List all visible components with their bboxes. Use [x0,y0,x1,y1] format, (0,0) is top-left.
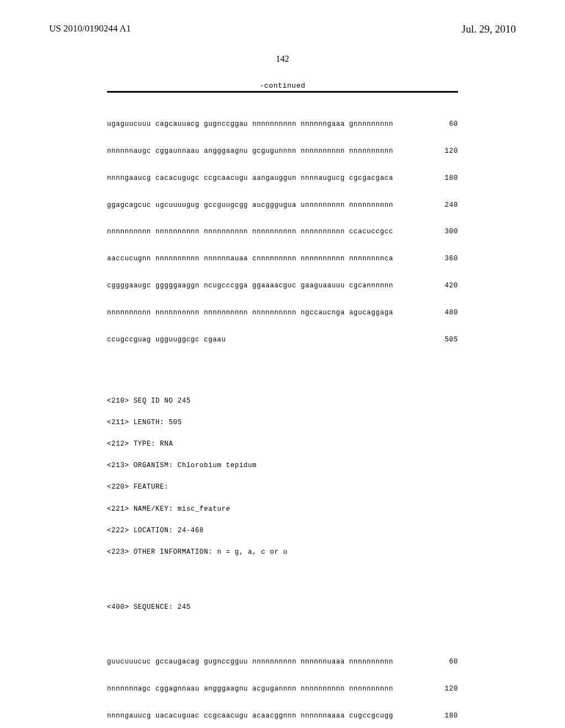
seq-meta-line: <220> FEATURE: [107,483,458,491]
position-number: 300 [438,228,458,235]
seq-meta-line: <210> SEQ ID NO 245 [107,397,458,405]
sequence-listing-container: -continued ugaguucuuu cagcauuacg gugnccg… [107,82,458,728]
sequence-row: nnnnnnnnnn nnnnnnnnnn nnnnnnnnnn nnnnnnn… [107,309,458,316]
page-number: 142 [0,54,565,64]
position-number: 480 [438,309,458,316]
position-number: 240 [438,202,458,208]
position-number: 60 [438,659,458,665]
sequence-text: nnnngaaucg cacacugugc ccgcaacugu aangaug… [107,175,393,181]
position-number: 180 [438,175,458,181]
sequence-listing: ugaguucuuu cagcauuacg gugnccggau nnnnnnn… [107,100,458,728]
position-number: 180 [438,713,458,719]
page-container: US 2010/0190244 A1 Jul. 29, 2010 142 -co… [0,0,565,728]
publication-number: US 2010/0190244 A1 [49,23,131,34]
sequence-row: ccugccguag ugguuggcgc cgaau505 [107,336,458,343]
seq-meta-line: <221> NAME/KEY: misc_feature [107,505,458,513]
sequence-text: ugaguucuuu cagcauuacg gugnccggau nnnnnnn… [107,121,393,127]
sequence-text: nnnnnnnnnn nnnnnnnnnn nnnnnnnnnn nnnnnnn… [107,228,393,235]
seq-meta-line: <211> LENGTH: 505 [107,419,458,427]
position-number: 120 [438,686,458,692]
sequence-text: nnnnnnaugc cggaunnaau angggaagnu gcgugun… [107,148,393,154]
sequence-row: nnnnnnnnnn nnnnnnnnnn nnnnnnnnnn nnnnnnn… [107,228,458,235]
sequence-text: nnnnnnnnnn nnnnnnnnnn nnnnnnnnnn nnnnnnn… [107,309,393,316]
sequence-row: nnnngauucg uacacuguac ccgcaacugu acaacgg… [107,713,458,719]
position-number: 505 [438,336,458,343]
sequence-row: nnnngaaucg cacacugugc ccgcaacugu aangaug… [107,175,458,181]
sequence-text: guucuuucuc gccaugacag gugnccgguu nnnnnnn… [107,659,393,665]
divider-line [107,91,458,93]
sequence-text: ccugccguag ugguuggcgc cgaau [107,336,226,343]
publication-date: Jul. 29, 2010 [462,23,516,35]
seq-meta-line: <222> LOCATION: 24-468 [107,527,458,535]
position-number: 120 [438,148,458,154]
position-number: 420 [438,282,458,289]
sequence-tag: <400> SEQUENCE: 245 [107,603,458,612]
sequence-row: cggggaaugc gggggaaggn ncugcccgga ggaaaac… [107,282,458,289]
sequence-text: cggggaaugc gggggaaggn ncugcccgga ggaaaac… [107,282,393,289]
sequence-text: ggagcagcuc ugcuuuugug gccguugcgg aucgggu… [107,202,393,208]
sequence-row: guucuuucuc gccaugacag gugnccgguu nnnnnnn… [107,659,458,665]
sequence-row: aaccucugnn nnnnnnnnnn nnnnnnauaa cnnnnnn… [107,255,458,262]
position-number: 60 [438,121,458,127]
position-number: 360 [438,255,458,262]
seq-meta-line: <213> ORGANISM: Chlorobium tepidum [107,462,458,470]
seq-meta-line: <212> TYPE: RNA [107,440,458,448]
continued-label: -continued [107,82,458,90]
sequence-row: ugaguucuuu cagcauuacg gugnccggau nnnnnnn… [107,121,458,127]
sequence-text: aaccucugnn nnnnnnnnnn nnnnnnauaa cnnnnnn… [107,255,393,262]
sequence-row: nnnnnnnagc cggagnnaau angggaagnu acgugan… [107,686,458,692]
sequence-text: nnnngauucg uacacuguac ccgcaacugu acaacgg… [107,713,393,719]
sequence-row: nnnnnnaugc cggaunnaau angggaagnu gcgugun… [107,148,458,154]
sequence-text: nnnnnnnagc cggagnnaau angggaagnu acgugan… [107,686,393,692]
sequence-row: ggagcagcuc ugcuuuugug gccguugcgg aucgggu… [107,202,458,208]
seq-meta-line: <223> OTHER INFORMATION: n = g, a, c or … [107,548,458,556]
